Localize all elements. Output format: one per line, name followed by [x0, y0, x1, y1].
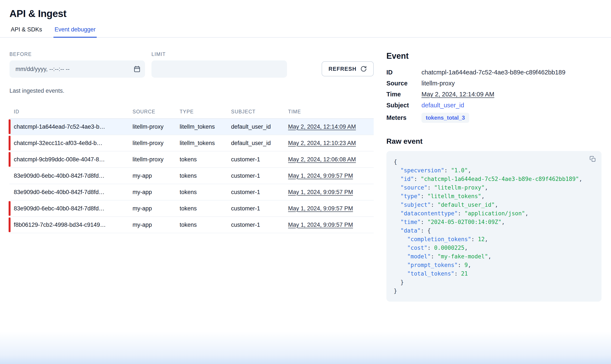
- event-subject-cell: default_user_id: [231, 123, 288, 130]
- refresh-icon: [360, 66, 367, 72]
- event-type-cell: tokens: [180, 172, 231, 179]
- before-label: BEFORE: [10, 52, 145, 57]
- column-header-source: SOURCE: [132, 109, 180, 115]
- event-time-link[interactable]: May 2, 2024, 12:14:09 AM: [288, 123, 356, 130]
- code-line: "subject": "default_user_id",: [394, 200, 594, 209]
- event-source-cell: litellm-proxy: [132, 123, 180, 130]
- events-caption: Last ingested events.: [10, 88, 374, 94]
- calendar-icon[interactable]: [133, 65, 141, 73]
- code-line: "cost": 0.0000225,: [394, 244, 594, 252]
- code-line: "type": "litellm_tokens",: [394, 192, 594, 200]
- event-time-cell: May 2, 2024, 12:06:08 AM: [288, 156, 374, 163]
- events-table-header: ID SOURCE TYPE SUBJECT TIME: [10, 105, 374, 119]
- refresh-button-label: REFRESH: [328, 66, 356, 72]
- page-title: API & Ingest: [10, 8, 601, 19]
- ingest-error-flag: [9, 119, 11, 134]
- table-row[interactable]: 83e909d0-6ebc-40b0-842f-7d8fd…my-apptoke…: [10, 200, 374, 217]
- table-row[interactable]: chatcmpl-1a644ead-7c52-4ae3-b…litellm-pr…: [10, 119, 374, 135]
- event-source-cell: my-app: [132, 221, 180, 228]
- table-row[interactable]: 83e909d0-6ebc-40b0-842f-7d8fd…my-apptoke…: [10, 168, 374, 184]
- detail-field-label: Subject: [386, 102, 421, 109]
- column-header-type: TYPE: [180, 109, 231, 115]
- event-type-cell: tokens: [180, 205, 231, 212]
- event-list-section: BEFORE LIMIT: [10, 52, 374, 233]
- event-detail-panel: Event IDchatcmpl-1a644ead-7c52-4ae3-b89e…: [386, 52, 601, 302]
- code-line: "time": "2024-05-02T00:14:09Z",: [394, 218, 594, 226]
- table-row[interactable]: chatcmpl-32ecc11c-af03-4e8d-b…litellm-pr…: [10, 135, 374, 151]
- limit-input[interactable]: [151, 60, 287, 78]
- event-time-link[interactable]: May 1, 2024, 9:09:57 PM: [288, 205, 353, 212]
- event-time-cell: May 2, 2024, 12:14:09 AM: [288, 123, 374, 130]
- event-source-cell: my-app: [132, 172, 180, 179]
- raw-event-title: Raw event: [386, 137, 601, 145]
- event-time-link[interactable]: May 1, 2024, 9:09:57 PM: [288, 189, 353, 195]
- table-row[interactable]: chatcmpl-9cb99ddc-008e-4047-8…litellm-pr…: [10, 151, 374, 168]
- event-time-link[interactable]: May 1, 2024, 9:09:57 PM: [288, 221, 353, 228]
- code-line: "data": {: [394, 226, 594, 235]
- detail-field-value: litellm-proxy: [421, 80, 601, 87]
- event-subject-cell: customer-1: [231, 221, 288, 228]
- code-line: "id": "chatcmpl-1a644ead-7c52-4ae3-b89e-…: [394, 175, 594, 183]
- event-id-cell: 83e909d0-6ebc-40b0-842f-7d8fd…: [14, 172, 132, 179]
- ingest-error-flag: [9, 136, 11, 150]
- event-id-cell: 83e909d0-6ebc-40b0-842f-7d8fd…: [14, 189, 132, 195]
- raw-event-code: { "specversion": "1.0", "id": "chatcmpl-…: [394, 157, 594, 295]
- event-subject-cell: customer-1: [231, 205, 288, 212]
- event-id-cell: chatcmpl-1a644ead-7c52-4ae3-b…: [14, 123, 132, 130]
- limit-label: LIMIT: [151, 52, 287, 57]
- code-line: "prompt_tokens": 9,: [394, 261, 594, 269]
- events-table-body: chatcmpl-1a644ead-7c52-4ae3-b…litellm-pr…: [10, 119, 374, 233]
- code-line: }: [394, 278, 594, 286]
- detail-field-value: default_user_id: [421, 102, 601, 109]
- event-detail-fields: IDchatcmpl-1a644ead-7c52-4ae3-b89e-c89f4…: [386, 69, 601, 123]
- event-source-cell: litellm-proxy: [132, 140, 180, 146]
- detail-field-value: chatcmpl-1a644ead-7c52-4ae3-b89e-c89f462…: [421, 69, 601, 76]
- column-header-id: ID: [14, 109, 132, 115]
- page-header: API & Ingest: [0, 0, 611, 19]
- detail-field-label: Source: [386, 80, 421, 87]
- detail-value-time[interactable]: May 2, 2024, 12:14:09 AM: [421, 91, 494, 98]
- event-type-cell: tokens: [180, 156, 231, 163]
- event-time-cell: May 1, 2024, 9:09:57 PM: [288, 172, 374, 179]
- before-date-input[interactable]: [10, 60, 145, 78]
- code-line: "source": "litellm-proxy",: [394, 183, 594, 192]
- refresh-button[interactable]: REFRESH: [322, 61, 374, 76]
- detail-field-label: Meters: [386, 114, 421, 121]
- table-row[interactable]: 83e909d0-6ebc-40b0-842f-7d8fd…my-apptoke…: [10, 184, 374, 200]
- event-time-link[interactable]: May 2, 2024, 12:06:08 AM: [288, 156, 356, 163]
- tab-api-sdks[interactable]: API & SDKs: [10, 26, 43, 37]
- copy-icon[interactable]: [589, 156, 596, 162]
- detail-value-subject[interactable]: default_user_id: [421, 102, 464, 109]
- event-source-cell: my-app: [132, 189, 180, 195]
- event-id-cell: chatcmpl-32ecc11c-af03-4e8d-b…: [14, 140, 132, 146]
- column-header-time: TIME: [288, 109, 374, 115]
- detail-field-label: Time: [386, 91, 421, 98]
- before-date-field: [10, 60, 145, 78]
- event-time-cell: May 1, 2024, 9:09:57 PM: [288, 189, 374, 195]
- code-line: "model": "my-fake-model",: [394, 252, 594, 261]
- table-row[interactable]: f8b06129-7cb2-4998-bd34-c9149…my-apptoke…: [10, 217, 374, 233]
- event-subject-cell: customer-1: [231, 189, 288, 195]
- events-table: ID SOURCE TYPE SUBJECT TIME chatcmpl-1a6…: [10, 105, 374, 233]
- event-type-cell: litellm_tokens: [180, 123, 231, 130]
- code-line: "datacontenttype": "application/json",: [394, 209, 594, 218]
- detail-value-id: chatcmpl-1a644ead-7c52-4ae3-b89e-c89f462…: [421, 69, 565, 76]
- main-content: BEFORE LIMIT: [0, 38, 611, 302]
- event-id-cell: 83e909d0-6ebc-40b0-842f-7d8fd…: [14, 205, 132, 212]
- tab-event-debugger[interactable]: Event debugger: [53, 26, 97, 37]
- code-line: "total_tokens": 21: [394, 269, 594, 278]
- event-time-link[interactable]: May 2, 2024, 12:10:23 AM: [288, 140, 356, 146]
- detail-field-value: May 2, 2024, 12:14:09 AM: [421, 91, 601, 98]
- event-time-link[interactable]: May 1, 2024, 9:09:57 PM: [288, 172, 353, 179]
- code-line: {: [394, 157, 594, 166]
- before-filter-group: BEFORE: [10, 52, 145, 78]
- event-detail-title: Event: [386, 52, 601, 61]
- event-id-cell: f8b06129-7cb2-4998-bd34-c9149…: [14, 221, 132, 228]
- detail-value-meters[interactable]: tokens_total_3: [421, 113, 469, 123]
- event-subject-cell: customer-1: [231, 172, 288, 179]
- ingest-error-flag: [9, 218, 11, 232]
- code-line: "completion_tokens": 12,: [394, 235, 594, 244]
- limit-field: [151, 60, 287, 78]
- ingest-error-flag: [9, 201, 11, 216]
- event-subject-cell: customer-1: [231, 156, 288, 163]
